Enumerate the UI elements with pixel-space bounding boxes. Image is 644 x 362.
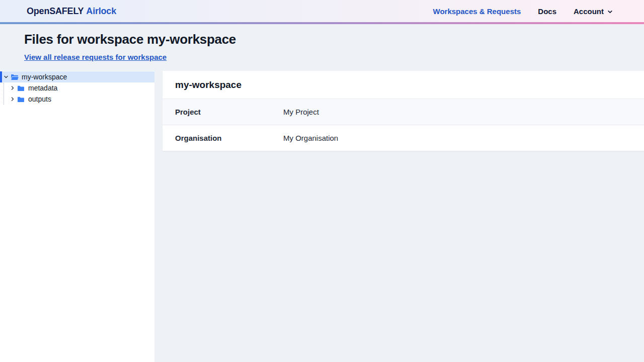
brand-logo[interactable]: OpenSAFELY Airlock	[27, 6, 116, 17]
meta-value-project: My Project	[278, 99, 644, 125]
nav-link-account[interactable]: Account	[574, 7, 613, 16]
brand-primary-text: OpenSAFELY	[27, 6, 84, 17]
folder-open-icon	[11, 74, 19, 80]
tree-item-label: metadata	[28, 84, 57, 92]
tree-item-outputs[interactable]: outputs	[0, 94, 154, 105]
meta-label-project: Project	[163, 99, 278, 125]
table-row: Project My Project	[163, 99, 644, 125]
meta-value-organisation: My Organisation	[278, 125, 644, 151]
chevron-down-icon	[607, 9, 613, 15]
chevron-right-icon[interactable]	[10, 97, 15, 102]
tree-guide-line	[4, 83, 4, 105]
workspace-card-title: my-workspace	[175, 79, 631, 90]
brand-secondary-text: Airlock	[86, 6, 116, 17]
tree-item-my-workspace[interactable]: my-workspace	[0, 71, 154, 82]
file-tree: my-workspace metadata	[0, 71, 154, 105]
view-release-requests-link[interactable]: View all release requests for workspace	[24, 53, 167, 61]
page-header: Files for workspace my-workspace View al…	[0, 24, 644, 71]
main-content: my-workspace Project My Project Organisa…	[163, 71, 644, 362]
top-navbar: OpenSAFELY Airlock Workspaces & Requests…	[0, 0, 644, 22]
file-tree-sidebar: my-workspace metadata	[0, 71, 154, 362]
workspace-card: my-workspace Project My Project Organisa…	[163, 71, 644, 151]
content-area: my-workspace metadata	[0, 71, 644, 362]
nav-links: Workspaces & Requests Docs Account	[433, 7, 613, 16]
tree-item-metadata[interactable]: metadata	[0, 82, 154, 94]
workspace-card-header: my-workspace	[163, 71, 644, 99]
folder-closed-icon	[17, 96, 25, 103]
table-row: Organisation My Organisation	[163, 125, 644, 151]
nav-link-workspaces-requests[interactable]: Workspaces & Requests	[433, 7, 521, 16]
nav-link-docs[interactable]: Docs	[538, 7, 556, 16]
page-title: Files for workspace my-workspace	[24, 32, 620, 47]
chevron-right-icon[interactable]	[10, 85, 15, 91]
tree-item-label: outputs	[28, 95, 51, 103]
folder-closed-icon	[17, 85, 25, 92]
tree-item-label: my-workspace	[22, 73, 67, 81]
nav-link-account-label: Account	[574, 7, 604, 16]
chevron-down-icon[interactable]	[3, 74, 9, 80]
meta-label-organisation: Organisation	[163, 125, 278, 151]
workspace-meta-table: Project My Project Organisation My Organ…	[163, 99, 644, 151]
